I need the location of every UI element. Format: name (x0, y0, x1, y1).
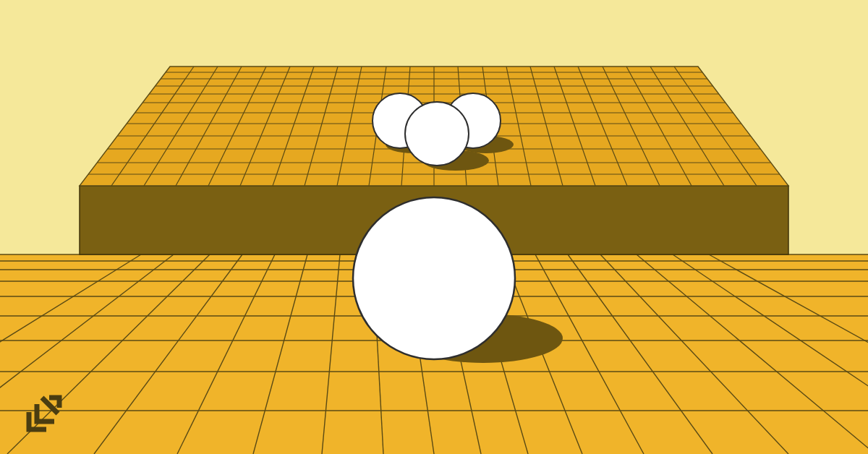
sphere-large (353, 197, 515, 359)
logo-icon (25, 395, 64, 434)
illustration-canvas (0, 0, 868, 454)
scene-svg (0, 0, 868, 454)
arrow-corner-logo (25, 395, 64, 437)
sphere-small-front (405, 102, 469, 166)
